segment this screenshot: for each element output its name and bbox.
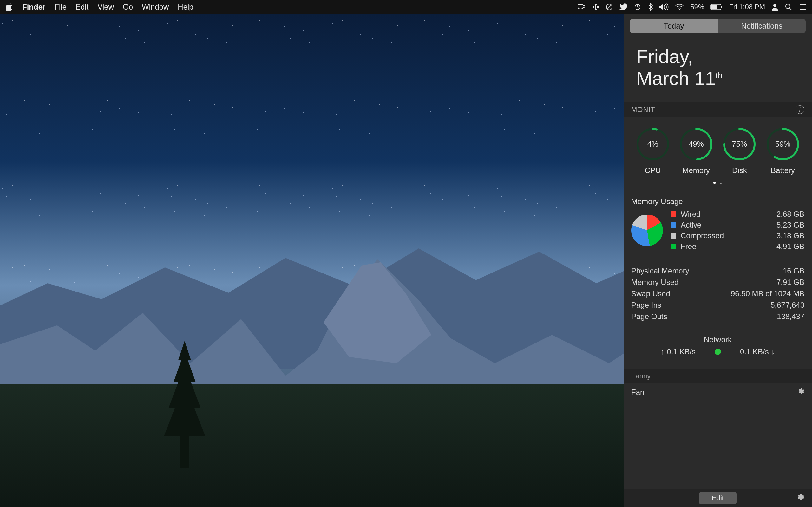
legend-label: Compressed <box>681 231 724 240</box>
stat-row: Page Outs138,437 <box>631 312 804 321</box>
network-row: ↑ 0.1 KB/s 0.1 KB/s ↓ <box>631 347 804 361</box>
menu-window[interactable]: Window <box>142 3 169 11</box>
legend-label: Wired <box>681 210 701 219</box>
legend-swatch <box>670 233 676 239</box>
notification-center-panel: Today Notifications Friday, March 11th M… <box>623 14 812 507</box>
gauge-ring: 49% <box>679 127 714 162</box>
date-line-2: March 11th <box>636 67 799 89</box>
stat-key: Swap Used <box>631 289 670 298</box>
legend-value: 3.18 GB <box>776 231 804 240</box>
menu-edit[interactable]: Edit <box>75 3 89 11</box>
menubar-clock[interactable]: Fri 1:08 PM <box>729 3 765 11</box>
svg-point-0 <box>595 6 596 8</box>
stat-key: Memory Used <box>631 278 678 287</box>
gear-icon[interactable] <box>798 388 804 397</box>
stat-value: 96.50 MB of 1024 MB <box>731 289 804 298</box>
stat-key: Page Outs <box>631 312 667 321</box>
fan-label: Fan <box>631 388 644 397</box>
legend-label: Active <box>681 221 701 229</box>
gauge-label: Disk <box>732 166 747 175</box>
monit-widget-body: 4%CPU49%Memory75%Disk59%Battery ● ○ Memo… <box>623 117 812 369</box>
stat-key: Page Ins <box>631 301 661 309</box>
svg-line-2 <box>607 5 611 9</box>
network-section-title: Network <box>631 329 804 347</box>
stat-value: 16 GB <box>783 267 804 275</box>
menu-go[interactable]: Go <box>123 3 133 11</box>
legend-swatch <box>670 222 676 228</box>
fan-icon[interactable] <box>592 3 600 11</box>
gauge-disk: 75%Disk <box>719 127 760 175</box>
legend-row: Free4.91 GB <box>670 242 804 251</box>
tab-notifications[interactable]: Notifications <box>718 19 806 33</box>
legend-swatch <box>670 211 676 217</box>
network-download: 0.1 KB/s ↓ <box>740 347 774 356</box>
gauge-label: Memory <box>682 166 710 175</box>
stat-key: Physical Memory <box>631 267 689 275</box>
svg-rect-6 <box>721 6 722 8</box>
gauge-cpu: 4%CPU <box>632 127 673 175</box>
menu-file[interactable]: File <box>54 3 67 11</box>
menu-view[interactable]: View <box>97 3 114 11</box>
gauge-percent: 75% <box>722 127 757 162</box>
nc-tab-switcher: Today Notifications <box>630 19 806 33</box>
network-upload: ↑ 0.1 KB/s <box>661 347 696 356</box>
legend-value: 2.68 GB <box>776 210 804 219</box>
monit-widget-header: MONIT i <box>623 102 812 117</box>
bluetooth-icon[interactable] <box>648 3 653 11</box>
monit-title: MONIT <box>631 106 655 114</box>
stat-row: Physical Memory16 GB <box>631 267 804 275</box>
nc-footer: Edit <box>623 489 812 507</box>
svg-point-7 <box>773 4 776 7</box>
menu-help[interactable]: Help <box>177 3 193 11</box>
edit-button[interactable]: Edit <box>699 492 737 504</box>
svg-point-14 <box>799 7 799 8</box>
apple-menu-icon[interactable] <box>6 3 13 11</box>
svg-point-3 <box>679 9 680 10</box>
gauge-label: Battery <box>771 166 795 175</box>
gauge-label: CPU <box>645 166 661 175</box>
stat-value: 5,677,643 <box>770 301 804 309</box>
legend-label: Free <box>681 242 696 251</box>
timemachine-icon[interactable] <box>634 3 641 11</box>
user-icon[interactable] <box>771 3 778 11</box>
svg-point-15 <box>799 9 799 10</box>
menubar: Finder File Edit View Go Window Help <box>0 0 812 14</box>
svg-rect-5 <box>711 5 717 9</box>
twitter-icon[interactable] <box>619 3 627 10</box>
legend-value: 4.91 GB <box>776 242 804 251</box>
gauge-percent: 4% <box>635 127 670 162</box>
stat-value: 138,437 <box>777 312 804 321</box>
notification-center-icon[interactable] <box>799 4 806 10</box>
stat-row: Memory Used7.91 GB <box>631 278 804 287</box>
fanny-fan-row: Fan <box>623 383 812 399</box>
stat-row: Swap Used96.50 MB of 1024 MB <box>631 289 804 298</box>
legend-row: Active5.23 GB <box>670 221 804 229</box>
tab-today[interactable]: Today <box>630 19 718 33</box>
network-status-dot <box>715 349 721 355</box>
caffeine-icon[interactable] <box>577 3 586 10</box>
gauge-memory: 49%Memory <box>676 127 716 175</box>
memory-section-title: Memory Usage <box>631 191 804 210</box>
info-icon[interactable]: i <box>796 105 804 114</box>
legend-row: Wired2.68 GB <box>670 210 804 219</box>
gauge-ring: 59% <box>765 127 800 162</box>
settings-gear-icon[interactable] <box>796 493 804 503</box>
legend-value: 5.23 GB <box>776 221 804 229</box>
date-line-1: Friday, <box>636 46 799 67</box>
battery-icon[interactable] <box>711 4 722 10</box>
battery-percent: 59% <box>690 3 704 11</box>
gauge-percent: 49% <box>679 127 714 162</box>
spotlight-icon[interactable] <box>785 3 792 11</box>
legend-swatch <box>670 244 676 249</box>
gauge-ring: 4% <box>635 127 670 162</box>
fanny-widget-header: Fanny <box>623 369 812 383</box>
block-icon[interactable] <box>606 3 613 10</box>
today-date: Friday, March 11th <box>623 36 812 102</box>
volume-icon[interactable] <box>659 3 669 10</box>
svg-line-9 <box>790 8 792 10</box>
app-menu[interactable]: Finder <box>22 3 45 11</box>
stat-row: Page Ins5,677,643 <box>631 301 804 309</box>
svg-point-8 <box>786 4 790 9</box>
wifi-icon[interactable] <box>675 4 684 10</box>
legend-row: Compressed3.18 GB <box>670 231 804 240</box>
